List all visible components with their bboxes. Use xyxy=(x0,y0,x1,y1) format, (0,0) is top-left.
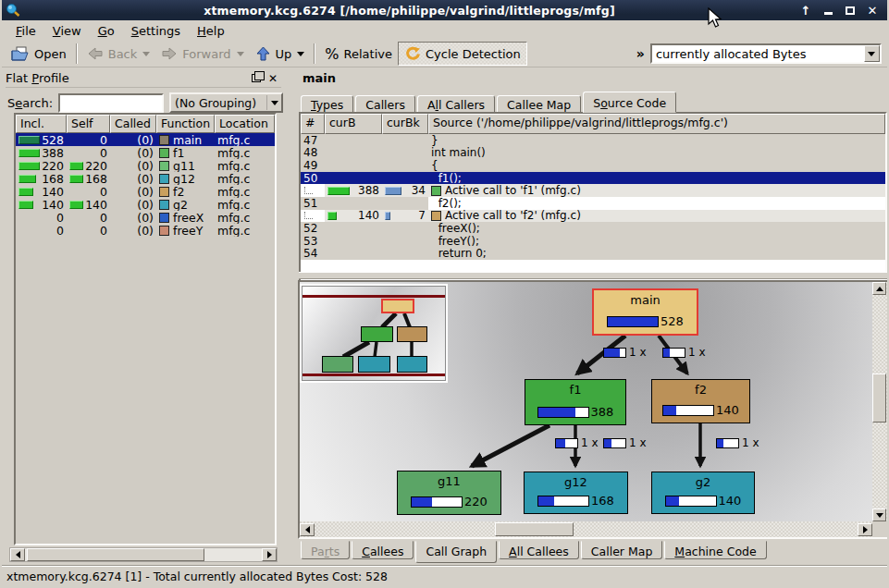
menu-help[interactable]: Help xyxy=(189,22,233,40)
scroll-right-icon[interactable] xyxy=(858,523,872,536)
column-header-self[interactable]: Self xyxy=(67,115,110,133)
tab-call-graph[interactable]: Call Graph xyxy=(415,541,497,563)
source-call-row[interactable]: 140 7 Active call to 'f2' (mfg.c) xyxy=(301,210,885,223)
scrollbar-thumb[interactable] xyxy=(27,548,204,561)
scroll-up-icon[interactable] xyxy=(872,282,886,295)
scrollbar-thumb[interactable] xyxy=(495,522,574,536)
source-line-selected[interactable]: 50 f1(); xyxy=(301,172,885,185)
table-row-main[interactable]: 528 0 (0) main mfg.c xyxy=(16,133,275,146)
scroll-left-icon[interactable] xyxy=(10,548,25,561)
up-button[interactable]: Up xyxy=(250,42,311,66)
graph-vscrollbar[interactable] xyxy=(872,282,888,521)
source-line[interactable]: 49{ xyxy=(301,159,885,172)
table-row-f2[interactable]: 140 0 (0) f2 mfg.c xyxy=(16,185,275,198)
source-line[interactable]: 51 f2(); xyxy=(301,197,885,210)
app-icon xyxy=(6,3,20,18)
tab-callees[interactable]: Callees xyxy=(352,541,414,559)
graph-node-f2[interactable]: f2 140 xyxy=(651,379,750,423)
back-dropdown-icon[interactable] xyxy=(142,52,150,56)
minimize-button[interactable] xyxy=(817,1,839,19)
tab-machine-code[interactable]: Machine Code xyxy=(664,541,766,559)
tab-all-callers[interactable]: All Callers xyxy=(417,95,495,113)
graph-node-main[interactable]: main 528 xyxy=(592,288,698,336)
open-button[interactable]: Open xyxy=(6,42,72,66)
toolbar-overflow-icon[interactable]: » xyxy=(636,46,645,61)
graph-node-g11[interactable]: g11 220 xyxy=(397,471,501,515)
arrow-left-icon xyxy=(87,46,104,61)
graph-hscrollbar[interactable] xyxy=(300,521,872,537)
cycle-detection-button[interactable]: Cycle Detection xyxy=(398,42,527,66)
table-row-g12[interactable]: 168 168 (0) g12 mfg.c xyxy=(16,172,275,185)
tab-callee-map[interactable]: Callee Map xyxy=(497,95,581,113)
vertical-splitter[interactable] xyxy=(285,67,296,566)
tab-types[interactable]: Types xyxy=(301,95,353,113)
menu-view[interactable]: View xyxy=(44,22,90,40)
tab-source-code[interactable]: Source Code xyxy=(583,92,676,113)
edge-label-main-f1: 1 x xyxy=(603,346,647,359)
scrollbar-thumb[interactable] xyxy=(872,374,886,423)
graph-node-f1[interactable]: f1 388 xyxy=(525,379,626,425)
column-header-incl[interactable]: Incl. xyxy=(16,115,67,133)
table-row-g11[interactable]: 220 220 (0) g11 mfg.c xyxy=(16,159,275,172)
column-header-source[interactable]: Source ('/home/philippe/valgrind/littlep… xyxy=(428,114,885,134)
dock-close-icon[interactable]: ✕ xyxy=(265,71,281,86)
shade-button[interactable]: ↑ xyxy=(795,1,817,19)
up-dropdown-icon[interactable] xyxy=(297,52,304,56)
source-line[interactable]: 48int main() xyxy=(301,147,885,160)
column-header-curBk[interactable]: curBk xyxy=(382,114,428,134)
menu-go[interactable]: Go xyxy=(90,22,123,40)
source-line[interactable]: 54 return 0; xyxy=(301,247,885,260)
grouping-combobox[interactable]: (No Grouping) xyxy=(169,92,283,113)
source-call-row[interactable]: 388 34 Active call to 'f1' (mfg.c) xyxy=(301,184,885,197)
scroll-right-icon[interactable] xyxy=(262,548,277,561)
titlebar[interactable]: xtmemory.kcg.6274 [/home/philippe/valgri… xyxy=(2,0,887,20)
scroll-left-icon[interactable] xyxy=(300,523,315,536)
search-input[interactable] xyxy=(58,93,164,113)
table-row-f1[interactable]: 388 0 (0) f1 mfg.c xyxy=(16,146,275,159)
back-button[interactable]: Back xyxy=(81,42,156,66)
minimap-node-main xyxy=(381,299,414,313)
maximize-button[interactable] xyxy=(839,1,861,19)
graph-node-g2[interactable]: g2 140 xyxy=(651,472,755,514)
horizontal-splitter[interactable] xyxy=(299,272,887,279)
source-line[interactable]: 53 freeY(); xyxy=(301,235,885,248)
column-header-line[interactable]: # xyxy=(301,114,325,134)
menubar: File View Go Settings Help xyxy=(2,20,887,41)
table-row-freeX[interactable]: 0 0 (0) freeX mfg.c xyxy=(16,211,275,224)
source-line[interactable]: 47} xyxy=(301,134,885,147)
function-color-icon xyxy=(159,187,169,197)
close-button[interactable]: ✕ xyxy=(861,1,883,19)
table-row-freeY[interactable]: 0 0 (0) freeY mfg.c xyxy=(16,224,275,237)
minimap-node-g2 xyxy=(397,356,427,373)
tab-parts[interactable]: Parts xyxy=(301,541,350,559)
menu-settings[interactable]: Settings xyxy=(123,22,189,40)
forward-dropdown-icon[interactable] xyxy=(237,52,244,56)
tab-all-callees[interactable]: All Callees xyxy=(499,541,579,559)
chevron-down-icon[interactable] xyxy=(864,45,880,62)
table-row-g2[interactable]: 140 140 (0) g2 mfg.c xyxy=(16,198,275,211)
column-header-function[interactable]: Function xyxy=(156,115,215,133)
minimap-node-g12 xyxy=(358,356,390,373)
float-window-icon[interactable] xyxy=(248,71,265,86)
column-header-curB[interactable]: curB xyxy=(325,114,382,134)
forward-button[interactable]: Forward xyxy=(155,42,249,66)
toolbar: Open Back Forward Up % Relativ xyxy=(2,41,887,67)
function-color-icon xyxy=(159,135,169,145)
column-header-location[interactable]: Location xyxy=(215,115,275,133)
dock-titlebar[interactable]: Flat Profile ✕ xyxy=(6,69,281,88)
function-color-icon xyxy=(159,200,169,210)
graph-node-g12[interactable]: g12 168 xyxy=(524,472,628,514)
menu-file[interactable]: File xyxy=(7,22,44,40)
tab-callers[interactable]: Callers xyxy=(355,95,415,113)
flat-profile-hscrollbar[interactable] xyxy=(9,547,278,562)
chevron-down-icon[interactable] xyxy=(266,95,281,110)
scroll-down-icon[interactable] xyxy=(872,508,886,521)
call-graph-canvas[interactable]: main 528 f1 388 f2 140 g11 220 g12 168 xyxy=(300,282,872,521)
relative-toggle-button[interactable]: % Relative xyxy=(319,42,398,66)
tab-caller-map[interactable]: Caller Map xyxy=(581,541,663,559)
source-line[interactable]: 52 freeX(); xyxy=(301,222,885,235)
event-type-combobox[interactable]: currently allocated Bytes xyxy=(650,43,882,64)
column-header-called[interactable]: Called xyxy=(110,115,156,133)
graph-overview-minimap[interactable] xyxy=(302,286,446,381)
bottom-tabbar: Parts Callees Call Graph All Callees Cal… xyxy=(301,541,769,565)
